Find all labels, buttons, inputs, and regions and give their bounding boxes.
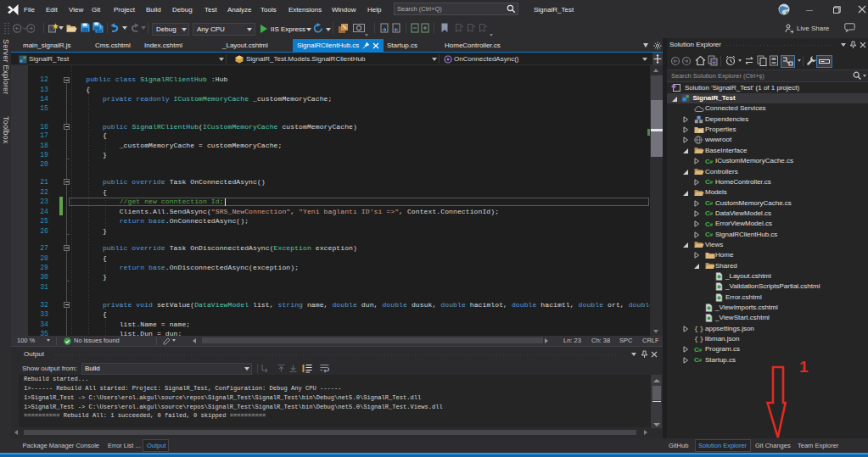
svg-text:1: 1 — [799, 358, 809, 376]
